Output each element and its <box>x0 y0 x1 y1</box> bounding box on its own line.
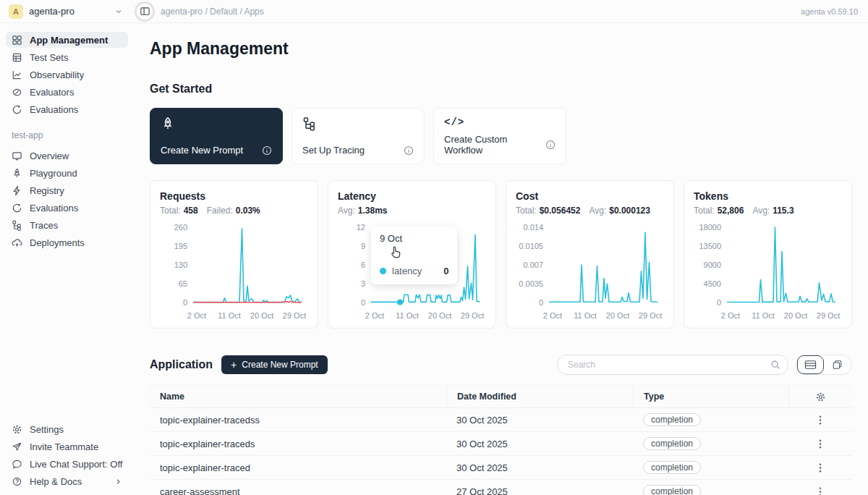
svg-text:0: 0 <box>183 298 187 307</box>
sidebar-item-label: Settings <box>30 424 64 435</box>
svg-text:11 Oct: 11 Oct <box>752 311 775 320</box>
panel-left-icon <box>140 6 150 17</box>
table-row[interactable]: topic-explainer-tracedss30 Oct 2025compl… <box>150 408 852 432</box>
column-header-date-modified[interactable]: Date Modified <box>446 386 633 407</box>
workspace-avatar: A <box>9 4 23 19</box>
svg-text:0: 0 <box>361 298 365 307</box>
view-toggle <box>796 355 852 375</box>
metric-title: Tokens <box>694 190 843 202</box>
row-menu-button[interactable] <box>817 437 823 451</box>
svg-text:20 Oct: 20 Oct <box>606 311 629 320</box>
sidebar-item-label: Evaluations <box>30 203 78 213</box>
row-menu-button[interactable] <box>817 413 823 427</box>
sidebar-item-overview[interactable]: Overview <box>6 148 128 164</box>
sidebar-item-evaluations[interactable]: Evaluations <box>6 200 128 216</box>
svg-text:4500: 4500 <box>704 279 721 288</box>
sidebar-item-label: Deployments <box>30 237 85 248</box>
sidebar-item-app-management[interactable]: App Management <box>6 32 128 48</box>
column-header-type[interactable]: Type <box>633 386 788 407</box>
row-menu-button[interactable] <box>817 485 823 495</box>
sidebar-item-evaluators[interactable]: Evaluators <box>6 84 128 100</box>
sidebar-item-invite-teammate[interactable]: Invite Teammate <box>6 439 128 454</box>
sidebar-item-settings[interactable]: Settings <box>6 421 128 437</box>
chat-icon <box>12 459 22 470</box>
column-header-name[interactable]: Name <box>150 392 446 402</box>
get-started-title: Get Started <box>150 82 852 96</box>
svg-text:18000: 18000 <box>699 223 721 232</box>
sidebar-toggle-button[interactable] <box>135 1 155 22</box>
sidebar-item-label: Help & Docs <box>30 476 82 487</box>
svg-text:65: 65 <box>179 279 187 288</box>
workspace-name: agenta-pro <box>29 6 75 17</box>
chart-tooltip: 9 Oct latency 0 <box>371 227 457 284</box>
card-label: Set Up Tracing <box>302 145 365 156</box>
plus-icon: + <box>231 360 237 370</box>
table-row[interactable]: topic-explainer-traced30 Oct 2025complet… <box>150 456 852 480</box>
metric-title: Latency <box>338 190 487 202</box>
table-row[interactable]: topic-explainer-traceds30 Oct 2025comple… <box>150 432 852 456</box>
svg-text:29 Oct: 29 Oct <box>639 311 662 320</box>
info-icon[interactable] <box>545 140 556 150</box>
table-body: topic-explainer-tracedss30 Oct 2025compl… <box>150 408 852 495</box>
table-view-button[interactable] <box>797 355 824 374</box>
metric-stats: Total:52,806Avg:115.3 <box>694 206 843 216</box>
info-icon[interactable] <box>404 145 414 156</box>
svg-text:11 Oct: 11 Oct <box>574 311 597 320</box>
sidebar-item-label: Observability <box>30 69 84 80</box>
metric-card-tokens: TokensTotal:52,806Avg:115.30450090001350… <box>684 180 852 329</box>
app-name: topic-explainer-traceds <box>150 439 446 449</box>
app-name: topic-explainer-traced <box>150 462 446 473</box>
sidebar-item-live-chat-support-off[interactable]: Live Chat Support: Off <box>6 456 128 472</box>
breadcrumb[interactable]: agenta-pro / Default / Apps <box>161 7 264 17</box>
search-input[interactable] <box>566 359 770 371</box>
chart-requests: 0651301952602 Oct11 Oct20 Oct29 Oct <box>160 219 310 326</box>
rocket-icon <box>161 117 175 131</box>
svg-text:13500: 13500 <box>699 242 721 250</box>
tracing-tree-icon <box>302 117 317 131</box>
app-date-modified: 27 Oct 2025 <box>446 486 633 495</box>
sidebar-item-evaluations[interactable]: Evaluations <box>6 101 128 117</box>
create-custom-workflow-card[interactable]: </> Create Custom Workflow <box>433 108 566 164</box>
set-up-tracing-card[interactable]: Set Up Tracing <box>292 108 425 164</box>
svg-text:260: 260 <box>174 223 187 232</box>
svg-text:11 Oct: 11 Oct <box>396 311 419 320</box>
page-title: App Management <box>150 39 852 59</box>
type-badge: completion <box>643 413 701 426</box>
sidebar-nav-main: App ManagementTest SetsObservabilityEval… <box>0 30 134 119</box>
sidebar-item-playground[interactable]: Playground <box>6 165 128 181</box>
sidebar-item-test-sets[interactable]: Test Sets <box>6 49 128 65</box>
send-icon <box>12 441 22 452</box>
create-new-prompt-card[interactable]: Create New Prompt <box>150 108 283 164</box>
sidebar-item-label: Live Chat Support: Off <box>30 459 122 470</box>
create-new-prompt-button[interactable]: + Create New Prompt <box>221 355 328 374</box>
card-view-button[interactable] <box>824 355 851 374</box>
sidebar-item-help-docs[interactable]: Help & Docs <box>6 473 128 489</box>
svg-text:3: 3 <box>361 279 365 288</box>
svg-text:2 Oct: 2 Oct <box>187 311 206 320</box>
metric-stats: Total:$0.056452Avg:$0.000123 <box>516 206 665 216</box>
sidebar-item-registry[interactable]: Registry <box>6 182 128 198</box>
applications-table: Name Date Modified Type topic-explainer-… <box>150 385 852 495</box>
svg-text:0.007: 0.007 <box>523 261 543 269</box>
create-button-label: Create New Prompt <box>242 360 318 370</box>
column-settings-gear-icon[interactable] <box>814 390 827 404</box>
table-row[interactable]: career-assessment27 Oct 2025completion <box>150 480 852 495</box>
card-label: Create Custom Workflow <box>444 134 545 156</box>
sidebar-item-observability[interactable]: Observability <box>6 67 128 82</box>
gear-icon <box>12 424 22 435</box>
chart-cost: 00.00350.0070.01050.0142 Oct11 Oct20 Oct… <box>516 219 665 326</box>
sidebar-item-label: Traces <box>30 220 58 231</box>
tooltip-row: latency 0 <box>380 266 448 276</box>
rocket-icon <box>12 168 22 179</box>
info-icon[interactable] <box>262 145 272 156</box>
refresh-icon <box>12 104 22 115</box>
workspace-selector[interactable]: A agenta-pro <box>0 4 129 19</box>
row-menu-button[interactable] <box>817 461 823 475</box>
app-name: career-assessment <box>150 486 446 495</box>
sidebar-item-deployments[interactable]: Deployments <box>6 234 128 250</box>
app-version: agenta v0.59.10 <box>801 7 868 16</box>
svg-text:2 Oct: 2 Oct <box>721 311 740 320</box>
sidebar-item-traces[interactable]: Traces <box>6 217 128 233</box>
svg-text:20 Oct: 20 Oct <box>250 311 273 320</box>
tooltip-date: 9 Oct <box>380 233 448 244</box>
